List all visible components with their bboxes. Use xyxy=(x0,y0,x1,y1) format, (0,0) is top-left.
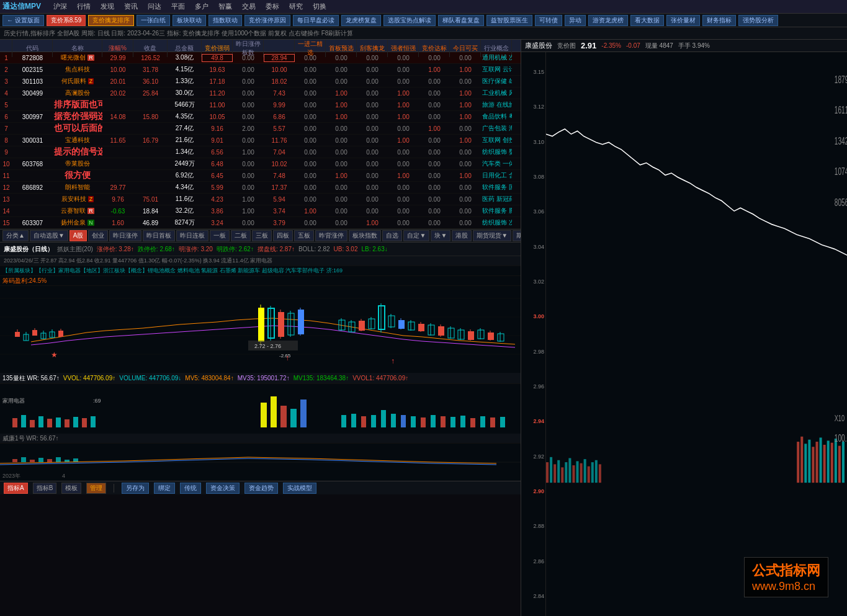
svg-rect-15 xyxy=(58,331,63,337)
tab-zuobezt[interactable]: 昨背涨停 xyxy=(315,230,347,241)
table-row[interactable]: 6 300997 据竞价强弱选择, 14.08 15.80 4.35亿 10.0… xyxy=(0,111,521,123)
row-a: 0.00 xyxy=(295,78,326,85)
btn-yidong[interactable]: 异动 xyxy=(565,15,586,26)
tab-qihuoxianhuo[interactable]: 期货现货▼ xyxy=(473,230,511,241)
tab-fenlei[interactable]: 分类▲ xyxy=(2,230,29,241)
table-row[interactable]: 3 301103 何氏眼料 Z 20.01 36.10 1.33亿 17.18 … xyxy=(0,76,521,87)
menu-hangqing[interactable]: 行情 xyxy=(72,2,96,11)
tab-yiban[interactable]: 一板 xyxy=(210,230,230,241)
btn-zhangjia[interactable]: 张价量材 xyxy=(666,15,700,26)
btn-jingjiaqinglong[interactable]: 竞价擒龙排序 xyxy=(88,15,134,26)
tab-erban[interactable]: 二板 xyxy=(231,230,251,241)
menu-pingmian[interactable]: 平面 xyxy=(166,2,190,11)
row-zt: 1.00 xyxy=(233,208,264,215)
menu-wenda[interactable]: 问达 xyxy=(143,2,166,11)
btn-zhishuliandong[interactable]: 指数联动 xyxy=(208,15,242,26)
menu-yanjiu[interactable]: 研究 xyxy=(284,2,308,11)
btn-yizhangbaizhi[interactable]: 一张白纸 xyxy=(137,15,170,26)
table-row[interactable]: 7 也可以后面的分别 27.4亿 9.16 2.00 5.57 0.00 0.0… xyxy=(0,123,521,135)
row-name: 焦点科技 xyxy=(53,65,102,74)
svg-rect-126 xyxy=(797,442,799,483)
row-tags: 互联网 云计算 xyxy=(481,65,512,74)
footer-btn-zijinqushi[interactable]: 资金趋势 xyxy=(244,483,278,494)
table-row[interactable]: 15 603307 扬州金泉 N 1.60 46.89 8274万 3.24 0… xyxy=(0,217,521,229)
tab-zidong[interactable]: 自动选股▼ xyxy=(30,230,68,241)
footer-btn-shizhannm[interactable]: 实战模型 xyxy=(283,483,316,494)
tab-ziding[interactable]: 自定▼ xyxy=(403,230,429,241)
tab-ganggu[interactable]: 港股 xyxy=(452,230,472,241)
menu-jiaoy[interactable]: 交易 xyxy=(237,2,261,11)
tab-zurilb[interactable]: 昨日连板 xyxy=(176,230,208,241)
footer-btn-zijinjuece[interactable]: 资金决策 xyxy=(206,483,240,494)
table-row[interactable]: 11 很方便 6.92亿 6.45 0.00 7.48 0.00 1.00 0.… xyxy=(0,170,521,182)
tab-siban[interactable]: 四板 xyxy=(273,230,293,241)
row-a: 0.00 xyxy=(295,137,326,144)
tab-qiquan[interactable]: 期权▲ xyxy=(513,230,521,241)
tab-zurisb[interactable]: 昨日首板 xyxy=(143,230,175,241)
menu-weibiao[interactable]: 委标 xyxy=(261,2,284,11)
menu-zhiying[interactable]: 智赢 xyxy=(213,2,237,11)
menu-duohu[interactable]: 多户 xyxy=(190,2,213,11)
btn-jingjiaxitong[interactable]: 竞价系8.59 xyxy=(47,15,86,26)
row-amount: 32.2亿 xyxy=(168,207,202,215)
menu-faxian[interactable]: 发现 xyxy=(96,2,119,11)
table-row[interactable]: 1 872808 曙光微创 R 29.99 126.52 3.08亿 49.8 … xyxy=(0,52,521,64)
footer-tab-zhibiaoa[interactable]: 指标A xyxy=(4,483,28,494)
tab-zurizt[interactable]: 昨日涨停 xyxy=(109,230,141,241)
table-row[interactable]: 12 686892 朗科智能 29.77 4.34亿 5.99 0.00 17.… xyxy=(0,182,521,194)
row-num: 2 xyxy=(0,66,12,73)
btn-xuangubao[interactable]: 选股宝热点解读 xyxy=(383,15,436,26)
tab-agu[interactable]: A股 xyxy=(69,230,87,241)
menu-zixun[interactable]: 资讯 xyxy=(119,2,143,11)
btn-jingjia-zangtingyuanyin[interactable]: 竞价涨停原因 xyxy=(244,15,290,26)
menu-hudepth[interactable]: 沪深 xyxy=(48,2,72,11)
table-row[interactable]: 5 排序版面也可以根 5466万 11.00 0.00 9.99 0.00 1.… xyxy=(0,99,521,111)
row-amount: 30.0亿 xyxy=(168,89,202,97)
tab-bkzs[interactable]: 板块指数 xyxy=(349,230,381,241)
svg-rect-104 xyxy=(38,458,43,462)
btn-qiangshi[interactable]: 强势股分析 xyxy=(738,15,778,26)
row-d: 1.00 xyxy=(388,102,419,109)
btn-shezhipanmian[interactable]: ← 设置版面 xyxy=(2,15,44,26)
btn-bankuailiandong[interactable]: 板块联动 xyxy=(173,15,206,26)
btn-youzi[interactable]: 游资龙虎榜 xyxy=(588,15,628,26)
tab-zixuan[interactable]: 自选 xyxy=(382,230,402,241)
footer-btn-chuantong[interactable]: 传统 xyxy=(180,483,201,494)
row-extra: 7 xyxy=(512,125,521,132)
footer-tab-moban[interactable]: 模板 xyxy=(61,483,81,494)
row-extra: 10 xyxy=(512,161,521,167)
table-row[interactable]: 8 300031 宝通科技 11.65 16.79 21.6亿 9.01 0.0… xyxy=(0,135,521,146)
row-c: 0.00 xyxy=(357,66,388,73)
svg-text:2.72 - 2.76: 2.72 - 2.76 xyxy=(254,343,281,349)
tab-sanban[interactable]: 三板 xyxy=(252,230,272,241)
row-qj: 3.86 xyxy=(202,208,233,215)
btn-yizhi[interactable]: 益智股票医生 xyxy=(486,15,532,26)
price-chart: 3.15 3.12 3.10 3.08 3.06 3.04 3.02 3.00 … xyxy=(521,52,847,616)
info-text: 历史行情,指标排序 全部A股 周期: 日线 日期: 2023-04-26三 指标… xyxy=(4,29,353,38)
table-row[interactable]: 9 提示的信号选股 1.34亿 6.56 1.00 7.04 0.00 0.00… xyxy=(0,146,521,158)
btn-dashuju[interactable]: 看大数据 xyxy=(630,15,664,26)
footer-btn-linggcun[interactable]: 另存为 xyxy=(122,483,149,494)
table-row[interactable]: 13 辰安科技 Z 9.76 75.01 11.6亿 4.23 1.00 5.9… xyxy=(0,194,521,205)
menu-qiehuan[interactable]: 切换 xyxy=(308,2,331,11)
btn-meirizaoban[interactable]: 每日早盘必读 xyxy=(293,15,339,26)
svg-rect-33 xyxy=(369,319,375,329)
table-row[interactable]: 14 云赛智联 R -0.63 18.84 32.2亿 3.86 1.00 3.… xyxy=(0,205,521,217)
btn-tidui[interactable]: 梯队看盘复盘 xyxy=(438,15,484,26)
table-row[interactable]: 4 300499 高澜股份 20.02 25.84 30.0亿 11.20 0.… xyxy=(0,87,521,99)
btn-caiwuzhibiao[interactable]: 财务指标 xyxy=(702,15,736,26)
footer-tab-zhibiaob[interactable]: 指标B xyxy=(33,483,57,494)
table-row[interactable]: 2 002315 焦点科技 10.00 31.78 4.15亿 19.63 0.… xyxy=(0,64,521,76)
footer-tab-guanli[interactable]: 管理 xyxy=(86,483,106,494)
btn-kezhuanzhai[interactable]: 可转债 xyxy=(535,15,562,26)
tab-wuban[interactable]: 五板 xyxy=(294,230,314,241)
footer-btn-bangding[interactable]: 绑定 xyxy=(154,483,175,494)
stock-indicator: 抓妖主图(20) xyxy=(57,245,93,254)
tab-kuai[interactable]: 块▼ xyxy=(431,230,450,241)
tab-chuanye[interactable]: 创业 xyxy=(88,230,108,241)
svg-rect-102 xyxy=(21,457,26,462)
btn-longhubangfupan[interactable]: 龙虎榜复盘 xyxy=(341,15,381,26)
row-extra: 4 xyxy=(512,90,521,97)
mv35-label: MV35: 195001.72↑ xyxy=(238,375,290,382)
table-row[interactable]: 10 603768 帝莱股份 2449万 6.48 0.00 10.02 0.0… xyxy=(0,158,521,170)
